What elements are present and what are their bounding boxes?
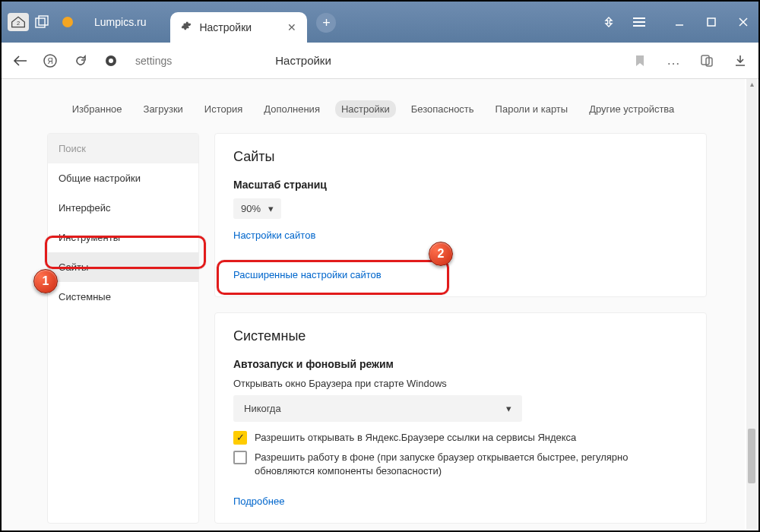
topnav-settings[interactable]: Настройки	[335, 100, 396, 118]
sidebar-item-sites[interactable]: Сайты	[48, 252, 198, 282]
svg-rect-2	[39, 16, 48, 25]
checkbox-yandex-links[interactable]: ✓	[233, 431, 247, 445]
system-panel-title: Системные	[233, 328, 688, 344]
gear-icon	[181, 21, 192, 34]
autostart-heading: Автозапуск и фоновый режим	[233, 358, 688, 370]
new-tab-button[interactable]: +	[316, 13, 336, 33]
chevron-down-icon: ▾	[506, 403, 511, 414]
sidebar-item-interface[interactable]: Интерфейс	[48, 193, 198, 223]
topnav-devices[interactable]: Другие устройства	[583, 100, 680, 118]
window-titlebar: 2 Lumpics.ru Настройки ✕ +	[2, 2, 758, 43]
site-favicon	[62, 17, 73, 27]
window-close-button[interactable]	[734, 13, 752, 31]
topnav-downloads[interactable]: Загрузки	[138, 100, 189, 118]
advanced-sites-link[interactable]: Расширенные настройки сайтов	[233, 269, 382, 280]
chevron-down-icon: ▾	[268, 203, 274, 214]
sidebar-item-tools[interactable]: Инструменты	[48, 223, 198, 252]
site-lock-icon[interactable]	[102, 52, 120, 70]
topnav-security[interactable]: Безопасность	[405, 100, 480, 118]
svg-rect-14	[701, 55, 709, 65]
sync-icon[interactable]	[602, 15, 616, 29]
sites-panel: Сайты Масштаб страниц 90% ▾ Настройки са…	[214, 133, 707, 297]
system-more-link[interactable]: Подробнее	[233, 496, 284, 507]
svg-rect-1	[36, 18, 45, 27]
sidebar-item-general[interactable]: Общие настройки	[48, 163, 198, 193]
zoom-select[interactable]: 90% ▾	[233, 198, 281, 219]
scrollbar-thumb[interactable]	[748, 429, 755, 483]
checkbox-background-label: Разрешить работу в фоне (при запуске бра…	[255, 451, 688, 478]
yandex-logo-icon[interactable]: Я	[41, 52, 59, 70]
zoom-value: 90%	[241, 203, 261, 214]
address-bar: Я settings Настройки …	[2, 43, 758, 79]
svg-point-13	[109, 59, 113, 63]
page-title: Настройки	[275, 54, 331, 67]
svg-text:Я: Я	[47, 57, 52, 65]
sidebar-item-system[interactable]: Системные	[48, 282, 198, 312]
more-dots-icon[interactable]: …	[664, 52, 682, 70]
window-minimize-button[interactable]	[670, 13, 689, 31]
topnav-addons[interactable]: Дополнения	[258, 100, 326, 118]
inactive-tab-title[interactable]: Lumpics.ru	[94, 16, 146, 28]
system-panel: Системные Автозапуск и фоновый режим Отк…	[214, 312, 707, 524]
topnav-favorites[interactable]: Избранное	[66, 100, 128, 118]
url-text[interactable]: settings	[135, 55, 172, 67]
window-maximize-button[interactable]	[702, 13, 720, 31]
settings-content: Избранное Загрузки История Дополнения На…	[2, 79, 745, 530]
sites-panel-title: Сайты	[233, 149, 688, 165]
vertical-scrollbar[interactable]: ▴	[746, 79, 757, 529]
zoom-heading: Масштаб страниц	[233, 179, 688, 191]
downloads-icon[interactable]	[731, 52, 749, 70]
active-tab[interactable]: Настройки ✕	[170, 12, 307, 43]
scroll-up-arrow[interactable]: ▴	[746, 79, 757, 90]
svg-rect-7	[708, 18, 715, 26]
checkbox-background[interactable]	[233, 451, 247, 464]
topnav-history[interactable]: История	[198, 100, 249, 118]
svg-text:2: 2	[17, 20, 20, 27]
sidebar-search-input[interactable]: Поиск	[48, 134, 198, 163]
autostart-label: Открывать окно Браузера при старте Windo…	[233, 378, 688, 389]
back-button[interactable]	[11, 52, 29, 70]
autostart-value: Никогда	[244, 403, 281, 414]
window-stack-icon[interactable]	[35, 15, 50, 29]
autostart-select[interactable]: Никогда ▾	[233, 395, 522, 422]
menu-icon[interactable]	[632, 15, 646, 29]
settings-sidebar: Поиск Общие настройки Интерфейс Инструме…	[47, 133, 199, 524]
reload-button[interactable]	[71, 52, 90, 70]
checkbox-yandex-links-label: Разрешить открывать в Яндекс.Браузере сс…	[255, 431, 576, 445]
topnav-passwords[interactable]: Пароли и карты	[489, 100, 575, 118]
tab-close-button[interactable]: ✕	[287, 21, 296, 33]
home-button[interactable]: 2	[8, 13, 29, 31]
bookmark-icon[interactable]	[631, 52, 649, 70]
extensions-icon[interactable]	[698, 52, 716, 70]
sites-settings-link[interactable]: Настройки сайтов	[233, 230, 315, 241]
tab-label: Настройки	[199, 21, 252, 33]
settings-top-nav: Избранное Загрузки История Дополнения На…	[2, 79, 745, 133]
